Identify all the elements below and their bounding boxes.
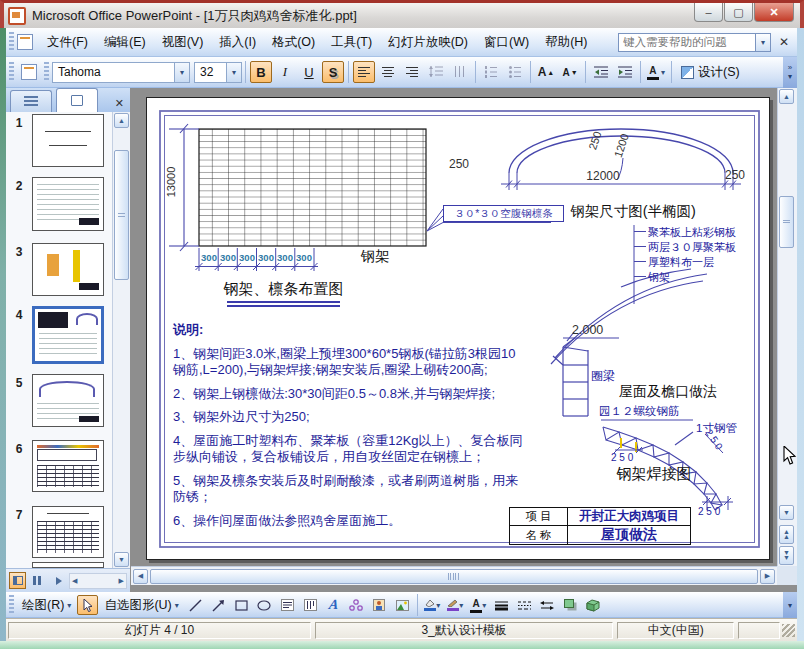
scroll-down-button[interactable]: ▼ (114, 552, 129, 567)
underline-button[interactable]: U (298, 61, 320, 83)
autoshapes-menu-button[interactable]: 自选图形(U)▾ (99, 595, 183, 615)
layer-label-2[interactable]: 两层３０厚聚苯板 (648, 240, 736, 255)
powerpoint-app-icon[interactable] (8, 7, 26, 25)
slide-sorter-view-button[interactable] (29, 572, 46, 589)
new-slide-button[interactable] (18, 61, 40, 83)
oval-tool-button[interactable] (254, 595, 275, 615)
menu-view[interactable]: 视图(V) (154, 30, 212, 55)
dash-style-button[interactable] (514, 595, 535, 615)
truss-dim-250-left[interactable]: 2 5 0 (611, 452, 633, 463)
editor-vertical-scrollbar[interactable]: ▲ ▼ ▲▲ ▼▼ (777, 88, 797, 566)
truss-title[interactable]: 钢架焊接图 (590, 465, 718, 484)
italic-button[interactable]: I (274, 61, 296, 83)
toolbar-grip[interactable] (9, 32, 14, 52)
restore-button[interactable]: ▢ (724, 3, 753, 22)
font-color-button[interactable]: A ▾ (645, 61, 667, 83)
window-resize-grip[interactable] (782, 624, 795, 637)
help-dropdown-icon[interactable]: ▾ (756, 33, 771, 52)
layer-label-3[interactable]: 厚塑料布一层 (648, 255, 714, 270)
layer-label-4[interactable]: 钢架 (648, 270, 670, 285)
draw-menu-button[interactable]: 绘图(R)▾ (17, 595, 76, 615)
menu-window[interactable]: 窗口(W) (476, 30, 537, 55)
line-spacing-button[interactable] (425, 61, 447, 83)
bold-button[interactable]: B (250, 61, 272, 83)
increase-font-button[interactable]: A▲ (535, 61, 557, 83)
slide-design-button[interactable]: 设计(S) (675, 64, 746, 81)
thumbnails-scrollbar[interactable]: ▲ ▼ (112, 112, 130, 568)
scrollbar-thumb[interactable] (779, 196, 794, 248)
menu-tools[interactable]: 工具(T) (323, 30, 380, 55)
slide-canvas[interactable]: 13000 300 300 300 300 300 300 钢架 钢架、檩条布置… (146, 97, 770, 560)
layout-title[interactable]: 钢架、檩条布置图 (205, 280, 362, 299)
thumbnail-slide-1[interactable]: 1 (6, 114, 112, 167)
font-size-combo[interactable]: 32▾ (194, 62, 242, 83)
arch-dim-left-250[interactable]: 250 (449, 157, 485, 171)
minimize-button[interactable]: – (694, 3, 723, 22)
slideshow-view-button[interactable] (49, 572, 66, 589)
scrollbar-thumb[interactable] (114, 150, 129, 280)
text-direction-button[interactable] (449, 61, 471, 83)
insert-clipart-button[interactable] (369, 595, 390, 615)
rectangle-tool-button[interactable] (231, 595, 252, 615)
tab-slides[interactable] (56, 88, 98, 112)
line-color-button[interactable]: ▾ (445, 595, 466, 615)
editor-horizontal-scrollbar[interactable]: ◀ ▶ (131, 566, 777, 585)
document-menu-icon[interactable] (17, 34, 33, 50)
bullet-list-button[interactable] (504, 61, 526, 83)
scrollbar-thumb[interactable] (150, 569, 758, 584)
arch-dim-right-250[interactable]: 250 (725, 168, 759, 182)
arch-title[interactable]: 钢架尺寸图(半椭圆) (547, 202, 719, 221)
design-template-indicator[interactable]: 3_默认设计模板 (315, 622, 613, 639)
pane-close-icon[interactable]: ✕ (113, 95, 126, 112)
toolbar-grip[interactable] (44, 62, 49, 82)
notes-block[interactable]: 说明: 1、钢架间距3.0米,圈梁上预埋300*60*5钢板(锚拉筋3根园10钢… (173, 322, 527, 536)
close-button[interactable]: ✕ (754, 3, 794, 22)
font-name-combo[interactable]: Tahoma▾ (52, 62, 190, 83)
align-right-button[interactable] (401, 61, 423, 83)
menu-insert[interactable]: 插入(I) (211, 30, 264, 55)
decrease-indent-button[interactable] (590, 61, 612, 83)
text-shadow-button[interactable]: S (322, 61, 344, 83)
threed-style-button[interactable] (583, 595, 604, 615)
thumbnail-slide-4[interactable]: 4 (6, 306, 112, 364)
document-close-icon[interactable]: ✕ (775, 35, 793, 49)
thumbnail-slide-3[interactable]: 3 (6, 243, 112, 296)
title-block-table[interactable]: 项 目 开封正大肉鸡项目 名 称 屋顶做法 (509, 507, 691, 545)
line-tool-button[interactable] (185, 595, 206, 615)
menu-format[interactable]: 格式(O) (264, 30, 323, 55)
fill-color-button[interactable]: ▾ (422, 595, 443, 615)
scroll-left-button[interactable]: ◀ (133, 569, 148, 584)
toolbar-grip[interactable] (9, 62, 14, 82)
insert-diagram-button[interactable] (346, 595, 367, 615)
menu-slideshow[interactable]: 幻灯片放映(D) (380, 30, 476, 55)
purlin-callout[interactable]: ３０*３０空腹钢檩条 (443, 205, 564, 222)
previous-slide-button[interactable]: ▲▲ (779, 525, 794, 544)
steel-frame-label[interactable]: 钢架 (352, 247, 398, 266)
eave-title[interactable]: 屋面及檐口做法 (602, 383, 734, 401)
toolbar-options-button[interactable]: ▾ (783, 592, 797, 618)
scroll-right-button[interactable]: ▶ (760, 569, 775, 584)
arrow-tool-button[interactable] (208, 595, 229, 615)
dim-300[interactable]: 300 (293, 252, 315, 263)
insert-picture-button[interactable] (392, 595, 413, 615)
numbered-list-button[interactable] (480, 61, 502, 83)
arch-dim-span-12000[interactable]: 12000 (577, 169, 629, 183)
rebar-label[interactable]: 园１２螺纹钢筋 (599, 404, 680, 419)
arrow-style-button[interactable] (537, 595, 558, 615)
align-left-button[interactable] (353, 61, 375, 83)
menu-help[interactable]: 帮助(H) (537, 30, 595, 55)
thumbnail-slide-5[interactable]: 5 (6, 374, 112, 427)
next-slide-button[interactable]: ▼▼ (779, 546, 794, 565)
scroll-down-button[interactable]: ▼ (779, 505, 794, 520)
language-indicator[interactable]: 中文(中国) (617, 622, 734, 639)
help-search-input[interactable] (618, 33, 756, 52)
wordart-button[interactable]: A (323, 595, 344, 615)
dim-13000[interactable]: 13000 (165, 160, 177, 204)
thumbnail-slide-6[interactable]: 6 (6, 440, 112, 492)
decrease-font-button[interactable]: A▼ (559, 61, 581, 83)
shadow-style-button[interactable] (560, 595, 581, 615)
scroll-up-button[interactable]: ▲ (779, 89, 794, 104)
toolbar-options-button[interactable]: »▾ (783, 57, 797, 88)
increase-indent-button[interactable] (614, 61, 636, 83)
line-style-button[interactable] (491, 595, 512, 615)
